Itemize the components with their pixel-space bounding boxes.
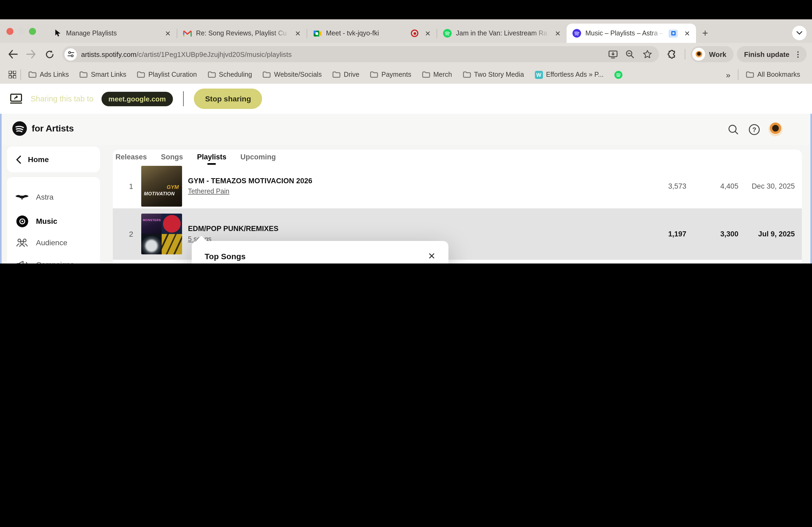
- tab-gmail[interactable]: Re: Song Reviews, Playlist Cu ✕: [177, 24, 307, 43]
- stop-sharing-button[interactable]: Stop sharing: [194, 89, 262, 109]
- sharing-banner-text: Sharing this tab to: [31, 94, 93, 103]
- bookmark-folder-website-socials[interactable]: Website/Socials: [258, 71, 327, 78]
- bookmark-folder-merch[interactable]: Merch: [417, 71, 457, 78]
- google-meet-icon: [313, 29, 322, 37]
- bookmark-folder-smart-links[interactable]: Smart Links: [74, 71, 132, 78]
- tab-manage-playlists[interactable]: Manage Playlists ✕: [47, 24, 177, 43]
- account-avatar[interactable]: [768, 122, 782, 136]
- popup-title: Top Songs: [205, 252, 246, 260]
- spotify-for-artists-icon: [572, 29, 581, 37]
- close-icon[interactable]: ✕: [428, 250, 436, 261]
- music-tabs: Releases Songs Playlists Upcoming: [113, 150, 802, 164]
- bookmark-folder-scheduling[interactable]: Scheduling: [202, 71, 258, 78]
- bookmarks-divider: [20, 69, 21, 80]
- mac-menubar: [0, 0, 812, 19]
- bookmark-folder-drive[interactable]: Drive: [327, 71, 365, 78]
- install-app-icon[interactable]: [605, 47, 620, 62]
- music-disc-icon: [15, 215, 29, 227]
- rank: 1: [118, 182, 133, 191]
- close-tab-icon[interactable]: ✕: [294, 29, 302, 37]
- sidebar-item-music[interactable]: Music: [15, 213, 97, 229]
- sidebar-item-campaigns[interactable]: Campaigns: [15, 257, 97, 264]
- screen-share-icon: [10, 93, 23, 104]
- more-menu-icon[interactable]: ⋮: [794, 50, 802, 59]
- window-controls: [6, 28, 36, 35]
- tab-spotify[interactable]: Jam in the Van: Livestream Ra ✕: [437, 24, 567, 43]
- playlist-title: EDM/POP PUNK/REMIXES: [188, 225, 278, 232]
- close-tab-icon[interactable]: ✕: [164, 29, 172, 37]
- chevron-left-icon: [16, 155, 21, 163]
- stat-streams: 1,197: [668, 230, 686, 238]
- new-tab-button[interactable]: +: [696, 24, 714, 43]
- chrome-toolbar: artists.spotify.com/c/artist/1Peg1XUBp9e…: [0, 43, 812, 65]
- sidebar-home[interactable]: Home: [7, 147, 100, 172]
- bookmark-star-icon[interactable]: [640, 47, 655, 62]
- finish-update-button[interactable]: Finish update ⋮: [737, 46, 807, 62]
- profile-avatar: [692, 48, 705, 61]
- tab-spotify-for-artists-active[interactable]: Music – Playlists – Astra – ✕: [567, 24, 696, 43]
- megaphone-icon: [15, 259, 29, 264]
- minimize-window-button[interactable]: [18, 28, 25, 35]
- stat-streams: 3,573: [668, 182, 686, 190]
- tab-title: Manage Playlists: [66, 30, 160, 37]
- close-tab-icon[interactable]: ✕: [424, 29, 432, 37]
- banner-divider: [183, 91, 184, 106]
- effortless-ads-icon: W: [535, 71, 543, 79]
- all-bookmarks-folder[interactable]: All Bookmarks: [741, 71, 806, 78]
- sidebar-item-artist-astra[interactable]: Astra: [15, 189, 97, 205]
- stat-listeners: 3,300: [720, 230, 738, 238]
- help-icon[interactable]: ?: [747, 122, 761, 136]
- playlist-artwork: GYM MOTIVATION: [141, 166, 182, 207]
- extensions-icon[interactable]: [664, 47, 679, 62]
- zoom-window-button[interactable]: [29, 28, 36, 35]
- bookmark-spotify[interactable]: [609, 71, 628, 79]
- spotify-for-artists-logo[interactable]: for Artists: [12, 121, 74, 136]
- spotify-for-artists-page: for Artists ? Home Astra: [0, 114, 812, 264]
- sidebar-item-audience[interactable]: Audience: [15, 235, 97, 251]
- spotify-icon: [443, 29, 452, 37]
- tab-songs[interactable]: Songs: [161, 153, 183, 161]
- url-text: artists.spotify.com/c/artist/1Peg1XUBp9e…: [81, 50, 605, 58]
- bookmark-folder-ads-links[interactable]: Ads Links: [23, 71, 74, 78]
- reload-icon[interactable]: [42, 47, 57, 62]
- tab-sharing-banner: Sharing this tab to meet.google.com Stop…: [0, 84, 812, 114]
- close-tab-icon[interactable]: ✕: [554, 29, 562, 37]
- profile-chip[interactable]: Work: [691, 46, 733, 62]
- tab-releases[interactable]: Releases: [115, 153, 147, 161]
- url-bar[interactable]: artists.spotify.com/c/artist/1Peg1XUBp9e…: [62, 46, 659, 62]
- playlist-artwork: MONSTERS: [141, 214, 182, 254]
- sharing-domain-pill: meet.google.com: [102, 91, 173, 106]
- app-header: for Artists ?: [2, 114, 810, 145]
- apps-grid-icon[interactable]: [6, 67, 18, 82]
- bookmark-folder-payments[interactable]: Payments: [365, 71, 417, 78]
- home-label: Home: [28, 155, 49, 164]
- recording-indicator-icon: [411, 30, 418, 37]
- rank: 2: [118, 230, 133, 238]
- bookmark-folder-playlist-curation[interactable]: Playlist Curation: [132, 71, 202, 78]
- site-settings-icon[interactable]: [64, 48, 77, 60]
- stat-date: Jul 9, 2025: [758, 230, 795, 238]
- tab-title: Jam in the Van: Livestream Ra: [456, 30, 549, 37]
- zoom-out-page-icon[interactable]: [622, 47, 637, 62]
- close-window-button[interactable]: [6, 28, 13, 35]
- bookmark-folder-two-story-media[interactable]: Two Story Media: [457, 71, 529, 78]
- search-icon[interactable]: [726, 122, 740, 136]
- tab-title: Meet - tvk-jqyo-fki: [326, 30, 407, 37]
- back-icon[interactable]: [5, 47, 20, 62]
- stat-date: Dec 30, 2025: [752, 182, 795, 190]
- bookmarks-overflow-chevron[interactable]: »: [721, 70, 736, 79]
- stat-listeners: 4,405: [720, 182, 738, 190]
- screen: Manage Playlists ✕ Re: Song Reviews, Pla…: [0, 0, 812, 264]
- playlist-subtitle-link[interactable]: Tethered Pain: [188, 187, 229, 195]
- tab-meet[interactable]: Meet - tvk-jqyo-fki ✕: [307, 24, 437, 43]
- forward-icon[interactable]: [24, 47, 39, 62]
- playlist-title: GYM - TEMAZOS MOTIVACION 2026: [188, 177, 312, 185]
- tab-search-button[interactable]: [792, 26, 807, 40]
- brand-text: for Artists: [32, 123, 74, 134]
- sidebar-nav: Astra Music Audience Campaigns: [7, 177, 100, 264]
- close-tab-icon[interactable]: ✕: [683, 29, 691, 37]
- bookmark-effortless-ads[interactable]: W Effortless Ads » P...: [529, 71, 609, 79]
- tab-upcoming[interactable]: Upcoming: [240, 153, 276, 161]
- playlist-row[interactable]: 1 GYM MOTIVATION GYM - TEMAZOS MOTIVACIO…: [113, 164, 802, 209]
- tab-playlists[interactable]: Playlists: [197, 153, 227, 161]
